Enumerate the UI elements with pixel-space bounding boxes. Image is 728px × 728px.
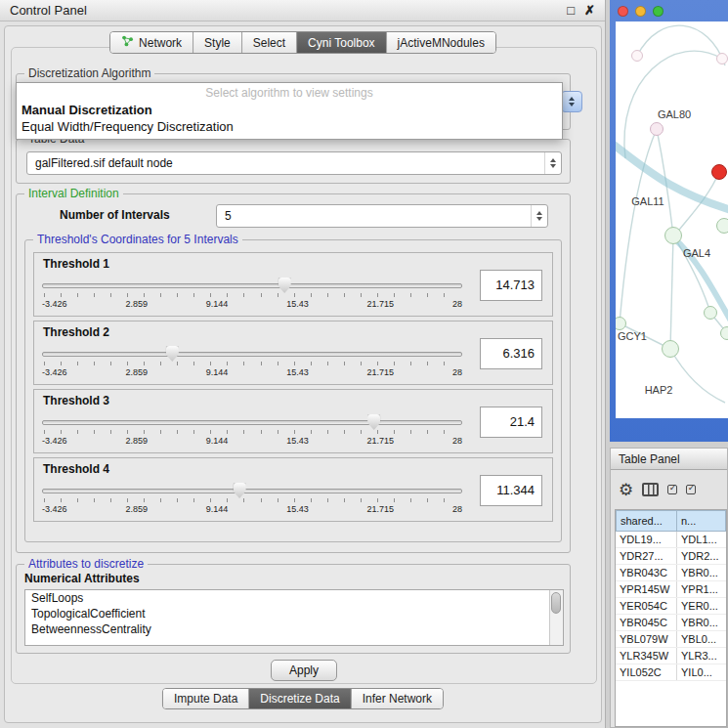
table-cell[interactable]: YBL079W [616,631,677,647]
table-cell[interactable]: YER054C [616,598,677,614]
scale-label: -3.426 [42,436,67,446]
float-window-icon[interactable]: □ [567,3,575,18]
table-cell[interactable]: YIL0... [677,664,726,680]
table-cell[interactable]: YPR145W [616,581,677,597]
dropdown-option[interactable]: Equal Width/Frequency Discretization [17,118,562,135]
table-row[interactable]: YDL19...YDL1... [616,532,726,548]
dropdown-option[interactable]: Manual Discretization [17,102,562,118]
slider-track[interactable] [42,420,462,425]
table-cell[interactable]: YBL0... [677,631,726,647]
network-node[interactable] [650,122,664,136]
algorithm-combobox-button[interactable] [561,91,582,112]
tab-jactivemnodules[interactable]: jActiveMNodules [386,32,495,53]
combobox-arrows-icon[interactable] [544,152,561,174]
settings-gear-icon[interactable]: ⚙ [619,482,633,498]
network-node[interactable] [720,326,728,340]
network-node[interactable] [716,53,728,64]
threshold-slider[interactable]: -3.4262.8599.14415.4321.71528 [42,413,462,450]
tab-impute-data[interactable]: Impute Data [163,689,248,708]
network-node[interactable] [704,306,717,320]
tab-style[interactable]: Style [193,32,241,53]
table-cell[interactable]: YBR0... [677,565,726,580]
close-window-icon[interactable]: ✗ [584,3,595,18]
number-of-intervals-combobox[interactable]: 5 [216,204,548,228]
threshold-value-field[interactable]: 21.4 [480,407,542,438]
scale-label: 15.43 [286,299,309,309]
column-header-shared-name[interactable]: shared... [616,510,677,532]
number-of-intervals-value: 5 [225,209,232,223]
combobox-arrows-icon[interactable] [531,205,547,227]
numerical-attributes-label: Numerical Attributes [24,572,140,585]
numerical-attributes-list[interactable]: SelfLoopsTopologicalCoefficientBetweenne… [24,589,564,646]
slider-track[interactable] [42,352,462,357]
table-cell[interactable]: YDR27... [616,548,677,564]
zoom-traffic-light-icon[interactable] [653,6,664,17]
attribute-list-item[interactable]: SelfLoops [25,590,563,606]
table-cell[interactable]: YDL19... [616,532,677,547]
table-row[interactable]: YIL052CYIL0... [616,664,726,681]
top-tab-bar: NetworkStyleSelectCyni ToolboxjActiveMNo… [109,31,496,54]
table-cell[interactable]: YBR0... [677,615,726,630]
apply-button[interactable]: Apply [271,660,337,681]
slider-thumb[interactable] [234,483,246,498]
table-row[interactable]: YBR045CYBR0... [616,615,726,631]
network-canvas[interactable]: GAL80GAL11GAL4GCY1HAP2 [616,21,728,418]
slider-thumb[interactable] [367,414,380,430]
table-row[interactable]: YLR345WYLR3... [616,648,726,664]
tab-select[interactable]: Select [241,32,296,53]
table-data-combobox[interactable]: galFiltered.sif default node [26,151,562,175]
minimize-traffic-light-icon[interactable] [635,6,646,17]
attribute-list-item[interactable]: TopologicalCoefficient [25,606,563,621]
table-row[interactable]: YPR145WYPR1... [616,581,726,598]
attribute-list-item[interactable]: BetweennessCentrality [25,621,563,637]
table-cell[interactable]: YBR043C [616,565,677,580]
tab-discretize-data[interactable]: Discretize Data [248,689,350,708]
slider-thumb[interactable] [278,278,291,293]
close-traffic-light-icon[interactable] [618,6,628,17]
table-cell[interactable]: YDR2... [677,548,726,564]
table-cell[interactable]: YBR045C [616,615,677,630]
network-node[interactable] [662,340,679,358]
network-node[interactable] [716,218,728,234]
table-cell[interactable]: YPR1... [677,581,726,597]
threshold-value-field[interactable]: 6.316 [480,338,542,369]
table-row[interactable]: YBR043CYBR0... [616,565,726,581]
slider-scale: -3.4262.8599.14415.4321.71528 [42,367,462,377]
table-data-combobox-value: galFiltered.sif default node [35,156,173,170]
table-row[interactable]: YDR27...YDR2... [616,548,726,565]
scale-label: 9.144 [206,504,229,514]
checkbox-icon[interactable] [686,485,696,494]
threshold-slider[interactable]: -3.4262.8599.14415.4321.71528 [42,482,462,519]
threshold-value-field[interactable]: 11.344 [480,475,542,506]
table-cell[interactable]: YER0... [677,598,726,614]
threshold-slider[interactable]: -3.4262.8599.14415.4321.71528 [42,345,462,382]
network-node[interactable] [631,50,643,62]
tab-label: jActiveMNodules [398,36,485,50]
scrollbar-thumb[interactable] [551,592,561,614]
slider-track[interactable] [42,283,462,288]
scale-label: 2.859 [125,299,148,309]
tab-cyni-toolbox[interactable]: Cyni Toolbox [296,32,385,53]
tab-infer-network[interactable]: Infer Network [351,689,443,708]
table-cell[interactable]: YLR3... [677,648,726,664]
table-cell[interactable]: YLR345W [616,648,677,664]
table-cell[interactable]: YIL052C [616,664,677,680]
table-row[interactable]: YBL079WYBL0... [616,631,726,648]
table-row[interactable]: YER054CYER0... [616,598,726,615]
threshold-value-field[interactable]: 14.713 [480,270,542,301]
column-header-name[interactable]: n... [677,510,726,532]
slider-thumb[interactable] [166,346,179,362]
selected-node[interactable] [711,164,727,180]
scale-label: 2.859 [125,367,148,377]
threshold-slider[interactable]: -3.4262.8599.14415.4321.71528 [42,277,462,314]
table-cell[interactable]: YDL1... [677,532,726,547]
node-label: GCY1 [618,330,647,342]
threshold-panel: Threshold 4 -3.4262.8599.14415.4321.7152… [33,457,553,522]
checkbox-icon[interactable] [667,485,677,494]
slider-track[interactable] [42,489,462,493]
slider-scale: -3.4262.8599.14415.4321.71528 [42,504,462,514]
tab-network[interactable]: Network [110,32,193,53]
column-selector-icon[interactable] [642,483,659,496]
network-node[interactable] [664,227,682,244]
list-scrollbar[interactable] [549,590,563,645]
